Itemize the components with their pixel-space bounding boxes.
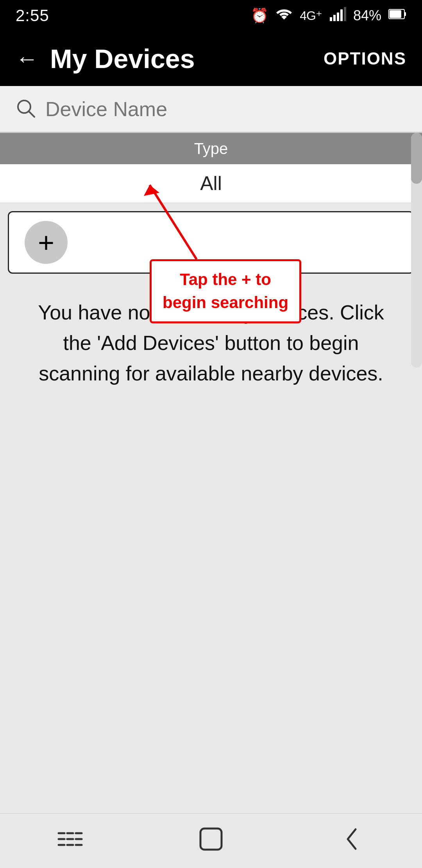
- nav-bar: [0, 813, 422, 868]
- svg-rect-1: [333, 15, 336, 21]
- svg-rect-0: [330, 17, 332, 21]
- tooltip-box: Tap the + to begin searching: [150, 259, 301, 323]
- signal-icon: [329, 6, 346, 25]
- svg-rect-2: [337, 13, 339, 21]
- nav-menu-button[interactable]: [51, 825, 90, 857]
- alarm-icon: ⏰: [251, 7, 268, 24]
- tooltip-container: Tap the + to begin searching: [150, 259, 301, 323]
- menu-icon: [57, 827, 84, 854]
- type-all-value: All: [200, 172, 222, 195]
- battery-percentage: 84%: [353, 7, 381, 24]
- type-all-row[interactable]: All: [0, 164, 422, 203]
- add-device-row: + Tap the + to begin searching: [8, 211, 414, 274]
- scrollbar-thumb: [411, 133, 422, 184]
- search-bar: [0, 86, 422, 133]
- back-button[interactable]: ←: [16, 47, 38, 70]
- search-icon: [16, 98, 36, 120]
- status-time: 2:55: [16, 6, 49, 25]
- page-title: My Devices: [38, 43, 324, 74]
- status-bar: 2:55 ⏰ 4G⁺ 84%: [0, 0, 422, 31]
- app-bar: ← My Devices OPTIONS: [0, 31, 422, 86]
- wifi-icon: [275, 6, 293, 25]
- svg-rect-6: [390, 10, 401, 18]
- svg-rect-21: [200, 829, 222, 850]
- svg-line-9: [29, 111, 34, 117]
- nav-home-button[interactable]: [191, 825, 231, 857]
- svg-rect-7: [404, 12, 406, 16]
- type-filter-header: Type: [0, 133, 422, 164]
- search-input[interactable]: [45, 97, 406, 121]
- add-device-button[interactable]: +: [25, 221, 68, 264]
- svg-rect-3: [340, 9, 343, 21]
- options-button[interactable]: OPTIONS: [324, 49, 406, 68]
- status-right-icons: ⏰ 4G⁺ 84%: [251, 6, 406, 25]
- svg-rect-4: [344, 7, 346, 21]
- type-label: Type: [194, 140, 228, 158]
- tooltip-line1: Tap the + to: [163, 268, 288, 291]
- home-icon: [197, 825, 225, 856]
- network-icon: 4G⁺: [300, 8, 322, 23]
- tooltip-line2: begin searching: [163, 291, 288, 314]
- scrollbar[interactable]: [411, 133, 422, 368]
- battery-icon: [388, 7, 406, 24]
- back-nav-icon: [342, 825, 361, 856]
- nav-back-button[interactable]: [332, 825, 371, 857]
